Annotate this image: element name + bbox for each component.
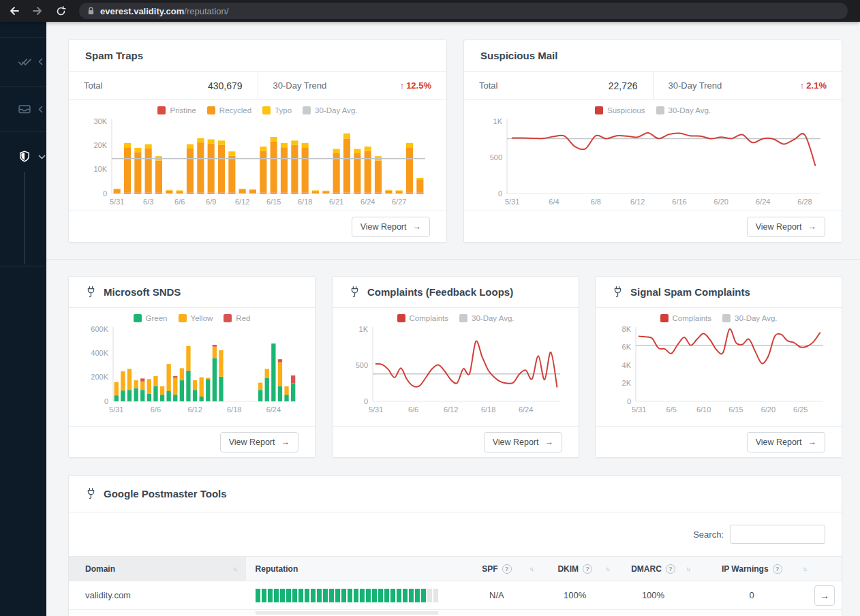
svg-text:6/27: 6/27 xyxy=(392,198,406,206)
trend-value: ↑12.5% xyxy=(400,80,431,91)
legend-swatch xyxy=(397,314,405,322)
table-header: Domain ↑↓ Reputation SPF ? ↑↓ DKIM ? ↑↓ … xyxy=(69,556,842,581)
svg-text:2K: 2K xyxy=(622,379,632,387)
card-title: Suspicious Mail xyxy=(464,40,842,72)
column-header-spf[interactable]: SPF ? ↑↓ xyxy=(457,557,537,581)
card-title: Complaints (Feedback Loops) xyxy=(367,286,513,298)
svg-text:6/10: 6/10 xyxy=(696,405,711,414)
trend-stat: 30-Day Trend ↑2.1% xyxy=(653,72,842,99)
view-report-button[interactable]: View Report→ xyxy=(352,217,430,237)
search-input[interactable] xyxy=(730,525,825,544)
sort-icon[interactable]: ↑↓ xyxy=(529,566,533,572)
svg-text:5/31: 5/31 xyxy=(109,405,123,414)
total-value: 22,726 xyxy=(609,80,638,91)
svg-text:0: 0 xyxy=(103,189,107,198)
ip-warnings-cell: 0 xyxy=(693,590,810,600)
card-title: Microsoft SNDS xyxy=(104,286,181,298)
complaints-fbl-chart: 05001K5/316/66/126/186/24 xyxy=(345,324,566,415)
svg-text:1K: 1K xyxy=(493,117,503,125)
total-label: Total xyxy=(479,80,497,91)
legend-item: Complaints xyxy=(660,314,712,322)
sidebar-divider xyxy=(0,37,46,38)
view-report-button[interactable]: View Report→ xyxy=(747,217,825,237)
submenu-indicator xyxy=(24,172,25,264)
url-bar[interactable]: everest.validity.com/reputation/ xyxy=(79,3,848,19)
svg-text:6/3: 6/3 xyxy=(143,198,153,206)
trend-value: ↑2.1% xyxy=(800,80,827,91)
svg-text:5/31: 5/31 xyxy=(110,198,124,206)
refresh-button[interactable] xyxy=(52,2,70,20)
svg-text:6/12: 6/12 xyxy=(235,198,249,206)
svg-text:6/25: 6/25 xyxy=(793,405,808,414)
legend-item: Red xyxy=(224,314,250,322)
help-icon[interactable]: ? xyxy=(583,564,592,574)
trend-stat: 30-Day Trend ↑12.5% xyxy=(258,72,447,99)
table-row[interactable]: validity.com N/A 100% 100% 0 → xyxy=(69,581,842,610)
chevron-left-icon xyxy=(38,58,43,65)
card-footer: View Report→ xyxy=(464,211,842,242)
row-detail-button[interactable]: → xyxy=(814,585,835,606)
signal-spam-chart: 02K4K6K8K5/316/56/106/156/206/25 xyxy=(609,324,829,415)
legend-swatch xyxy=(459,314,467,322)
legend-item: Recycled xyxy=(207,106,251,114)
sidebar-item-validation[interactable] xyxy=(0,48,46,75)
url-path: /reputation/ xyxy=(184,6,228,16)
svg-text:0: 0 xyxy=(498,189,502,198)
svg-text:6/20: 6/20 xyxy=(714,198,728,206)
svg-text:500: 500 xyxy=(356,361,368,369)
svg-text:0: 0 xyxy=(364,397,368,405)
forward-button[interactable] xyxy=(29,2,46,20)
legend-swatch xyxy=(207,106,215,114)
chart-legend: Complaints30-Day Avg. xyxy=(333,314,579,322)
column-header-domain[interactable]: Domain ↑↓ xyxy=(69,557,246,581)
svg-text:8K: 8K xyxy=(622,325,632,333)
legend-item: Yellow xyxy=(179,314,213,322)
svg-text:0: 0 xyxy=(104,397,108,405)
help-icon[interactable]: ? xyxy=(502,564,512,574)
dmarc-cell: 100% xyxy=(613,590,694,600)
column-header-dkim[interactable]: DKIM ? ↑↓ xyxy=(537,557,613,581)
shield-icon xyxy=(18,150,31,164)
svg-text:6/20: 6/20 xyxy=(761,405,775,414)
arrow-right-icon: → xyxy=(808,437,817,447)
help-icon[interactable]: ? xyxy=(666,564,675,574)
row-actions: → xyxy=(810,585,842,606)
svg-text:400K: 400K xyxy=(91,349,108,357)
sidebar-divider xyxy=(0,132,46,132)
sort-icon[interactable]: ↑↓ xyxy=(803,566,806,572)
svg-text:6/12: 6/12 xyxy=(630,198,645,206)
view-report-button[interactable]: View Report→ xyxy=(220,432,298,452)
reputation-bar xyxy=(256,611,438,615)
column-header-ip-warnings[interactable]: IP Warnings ? ↑↓ xyxy=(693,557,810,581)
back-button[interactable] xyxy=(5,2,23,20)
trend-up-icon: ↑ xyxy=(400,80,405,91)
help-icon[interactable]: ? xyxy=(773,564,782,574)
sort-icon[interactable]: ↑↓ xyxy=(686,566,689,572)
column-header-dmarc[interactable]: DMARC ? ↑↓ xyxy=(613,557,694,581)
legend-swatch xyxy=(595,106,603,114)
legend-swatch xyxy=(134,314,142,322)
svg-text:6/15: 6/15 xyxy=(266,198,281,206)
view-report-button[interactable]: View Report→ xyxy=(484,432,562,452)
card-title: Signal Spam Complaints xyxy=(630,286,750,298)
svg-text:6/18: 6/18 xyxy=(481,405,495,414)
svg-text:6/18: 6/18 xyxy=(227,405,241,414)
sort-icon[interactable]: ↑↓ xyxy=(233,566,236,572)
sort-icon[interactable]: ↑↓ xyxy=(606,566,609,572)
section-divider xyxy=(46,259,860,260)
total-stat: Total 22,726 xyxy=(464,72,653,99)
lock-icon xyxy=(87,6,95,16)
sidebar-item-reputation[interactable] xyxy=(0,143,46,170)
chart-legend: Suspicious30-Day Avg. xyxy=(464,106,842,114)
svg-text:6/18: 6/18 xyxy=(298,198,312,206)
domain-cell: validity.com xyxy=(69,590,246,600)
svg-text:6/8: 6/8 xyxy=(591,198,601,206)
legend-swatch xyxy=(262,106,271,114)
sidebar-item-inbox[interactable] xyxy=(0,95,46,123)
card-title: Spam Traps xyxy=(69,40,446,72)
double-check-icon xyxy=(18,55,31,68)
view-report-button[interactable]: View Report→ xyxy=(747,432,825,452)
trend-up-icon: ↑ xyxy=(800,80,805,91)
svg-text:600K: 600K xyxy=(91,325,108,333)
svg-text:5/31: 5/31 xyxy=(632,405,646,414)
